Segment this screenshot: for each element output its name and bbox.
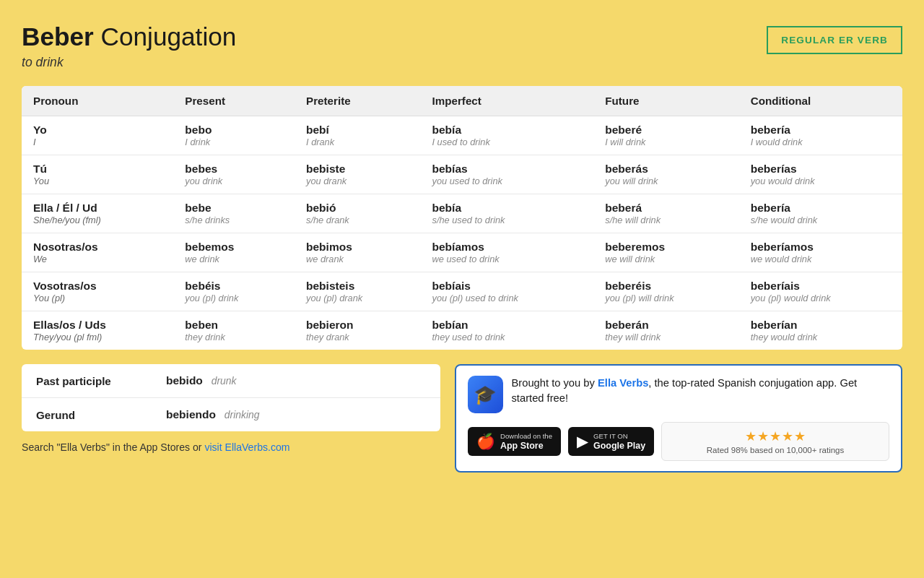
verb-form: bebería	[751, 124, 891, 137]
verb-translation: s/he will drink	[605, 215, 727, 225]
pronoun-sub: You	[33, 176, 162, 186]
apple-icon: 🍎	[476, 433, 495, 450]
pronoun-sub: She/he/you (fml)	[33, 215, 162, 225]
verb-form: bebemos	[185, 241, 283, 254]
ad-app-icon: 🎓	[468, 376, 503, 413]
verb-name: Beber	[22, 22, 94, 51]
verb-translation: we would drink	[751, 254, 891, 264]
verb-form: bebía	[432, 124, 582, 137]
col-future: Future	[593, 86, 738, 116]
verb-form: beberías	[751, 163, 891, 176]
gerund-label: Gerund	[22, 398, 152, 432]
app-store-label: Download on the	[500, 432, 552, 441]
google-play-name: Google Play	[593, 441, 645, 452]
ella-verbs-link[interactable]: visit EllaVerbs.com	[204, 441, 289, 453]
verb-form: bebería	[751, 202, 891, 215]
page-title: Beber Conjugation	[22, 22, 236, 52]
verb-translation: they will drink	[605, 332, 727, 342]
verb-form: bebían	[432, 319, 582, 332]
verb-translation: you used to drink	[432, 176, 582, 186]
col-imperfect: Imperfect	[420, 86, 593, 116]
left-column: Past participle bebido drunk Gerund bebi…	[22, 364, 440, 453]
gerund-value: bebiendo drinking	[152, 398, 440, 432]
pronoun-sub: You (pl)	[33, 293, 162, 303]
google-play-button[interactable]: ▶ GET IT ON Google Play	[568, 427, 654, 456]
search-prefix: Search "Ella Verbs" in the App Stores or	[22, 441, 204, 453]
verb-form: beberé	[605, 124, 727, 137]
col-present: Present	[173, 86, 295, 116]
ad-banner: 🎓 Brought to you by Ella Verbs, the top-…	[455, 364, 902, 473]
verb-form: beberían	[751, 319, 891, 332]
participle-table: Past participle bebido drunk Gerund bebi…	[22, 364, 440, 431]
pronoun-sub: I	[33, 137, 162, 147]
verb-form: beberemos	[605, 241, 727, 254]
verb-form: bebéis	[185, 280, 283, 293]
verb-form: beberíamos	[751, 241, 891, 254]
ad-top: 🎓 Brought to you by Ella Verbs, the top-…	[468, 376, 889, 413]
verb-subtitle: to drink	[22, 55, 236, 70]
verb-translation: s/he would drink	[751, 215, 891, 225]
past-participle-translation: drunk	[209, 375, 237, 387]
verb-translation: we drink	[185, 254, 283, 264]
verb-form: beben	[185, 319, 283, 332]
verb-translation: you would drink	[751, 176, 891, 186]
page-header: Beber Conjugation to drink REGULAR ER VE…	[22, 22, 902, 70]
table-row: YoIbeboI drinkbebíI drankbebíaI used to …	[22, 116, 902, 155]
col-pronoun: Pronoun	[22, 86, 173, 116]
table-row: Ella / Él / UdShe/he/you (fml)bebes/he d…	[22, 194, 902, 233]
verb-translation: you (pl) will drink	[605, 293, 727, 303]
col-preterite: Preterite	[295, 86, 420, 116]
table-row: Ellas/os / UdsThey/you (pl fml)bebenthey…	[22, 311, 902, 350]
pronoun-main: Ellas/os / Uds	[33, 319, 162, 332]
verb-translation: you will drink	[605, 176, 727, 186]
verb-translation: s/he used to drink	[432, 215, 582, 225]
verb-form: beberán	[605, 319, 727, 332]
verb-form: bebió	[306, 202, 409, 215]
app-store-button[interactable]: 🍎 Download on the App Store	[468, 427, 561, 456]
verb-form: bebíamos	[432, 241, 582, 254]
col-conditional: Conditional	[739, 86, 902, 116]
gerund-word: bebiendo	[166, 408, 216, 420]
verb-translation: I will drink	[605, 137, 727, 147]
verb-translation: they drank	[306, 332, 409, 342]
ad-text: Brought to you by Ella Verbs, the top-ra…	[512, 376, 890, 405]
verb-translation: they drink	[185, 332, 283, 342]
participle-table-wrapper: Past participle bebido drunk Gerund bebi…	[22, 364, 440, 431]
verb-form: bebieron	[306, 319, 409, 332]
verb-form: beberíais	[751, 280, 891, 293]
verb-translation: you (pl) drank	[306, 293, 409, 303]
verb-form: bebimos	[306, 241, 409, 254]
title-block: Beber Conjugation to drink	[22, 22, 236, 70]
pronoun-main: Vosotras/os	[33, 280, 162, 293]
rating-box: ★★★★★ Rated 98% based on 10,000+ ratings	[661, 422, 889, 461]
past-participle-label: Past participle	[22, 364, 152, 398]
verb-translation: you (pl) drink	[185, 293, 283, 303]
verb-translation: I drink	[185, 137, 283, 147]
verb-translation: s/he drinks	[185, 215, 283, 225]
google-play-text: GET IT ON Google Play	[593, 432, 645, 451]
pronoun-sub: We	[33, 254, 162, 264]
verb-translation: I drank	[306, 137, 409, 147]
rating-stars: ★★★★★	[671, 428, 880, 444]
verb-form: beberás	[605, 163, 727, 176]
verb-form: bebisteis	[306, 280, 409, 293]
verb-form: bebiste	[306, 163, 409, 176]
ad-bottom: 🍎 Download on the App Store ▶ GET IT ON …	[468, 422, 889, 461]
verb-translation: we will drink	[605, 254, 727, 264]
app-store-name: App Store	[500, 441, 552, 452]
gerund-row: Gerund bebiendo drinking	[22, 398, 440, 432]
verb-translation: you drank	[306, 176, 409, 186]
verb-type-badge: REGULAR ER VERB	[767, 26, 902, 54]
rating-text: Rated 98% based on 10,000+ ratings	[671, 446, 880, 454]
verb-translation: we used to drink	[432, 254, 582, 264]
conjugation-table: Pronoun Present Preterite Imperfect Futu…	[22, 86, 902, 350]
google-play-icon: ▶	[577, 433, 588, 450]
conjugation-table-wrapper: Pronoun Present Preterite Imperfect Futu…	[22, 86, 902, 350]
table-row: Nosotras/osWebebemoswe drinkbebimoswe dr…	[22, 233, 902, 272]
table-header-row: Pronoun Present Preterite Imperfect Futu…	[22, 86, 902, 116]
ad-brand-name[interactable]: Ella Verbs	[598, 377, 648, 389]
table-row: TúYoubebesyou drinkbebisteyou drankbebía…	[22, 155, 902, 194]
verb-form: bebíais	[432, 280, 582, 293]
verb-form: bebía	[432, 202, 582, 215]
verb-translation: you drink	[185, 176, 283, 186]
